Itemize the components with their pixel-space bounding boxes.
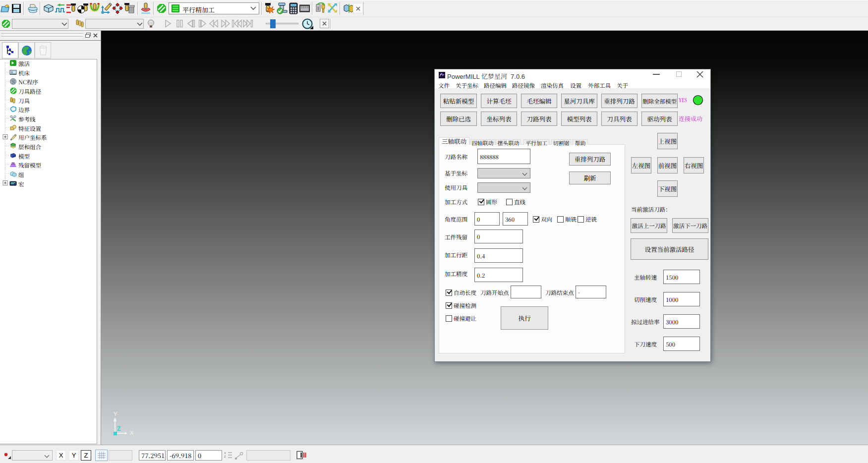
svg-text:X: X bbox=[130, 430, 134, 436]
svg-text:Y: Y bbox=[114, 411, 117, 417]
svg-text:Z: Z bbox=[117, 425, 120, 432]
svg-text:X: X bbox=[224, 452, 226, 455]
svg-text:Z: Z bbox=[224, 455, 226, 458]
